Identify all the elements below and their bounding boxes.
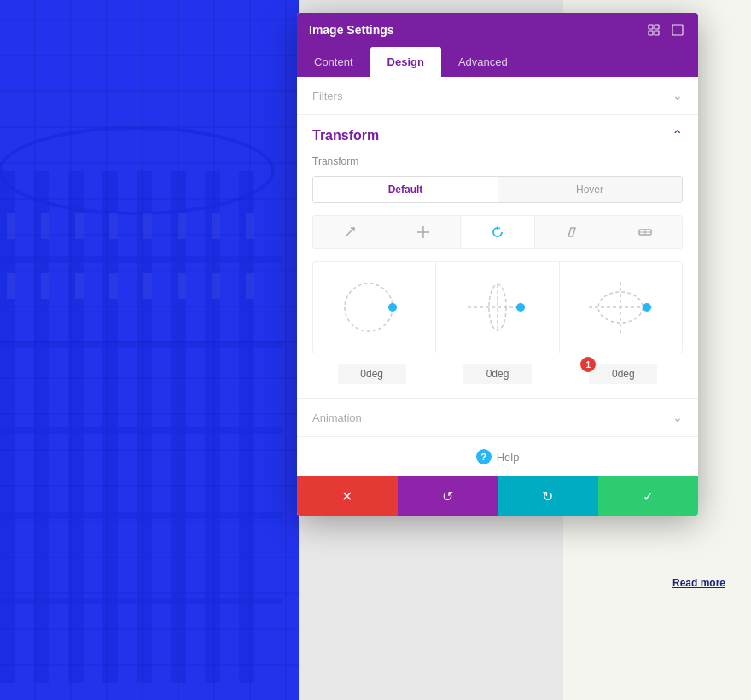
svg-rect-35 — [672, 25, 683, 35]
svg-rect-21 — [212, 213, 220, 239]
animation-chevron-icon: ⌄ — [672, 411, 683, 424]
svg-rect-29 — [212, 273, 220, 299]
tab-advanced[interactable]: Advanced — [441, 47, 525, 77]
rotate-y-input[interactable] — [463, 364, 532, 384]
svg-rect-9 — [0, 256, 282, 263]
svg-rect-22 — [246, 213, 254, 239]
tab-default[interactable]: Default — [313, 177, 498, 202]
image-settings-modal: Image Settings Content Design Advanced — [297, 13, 698, 516]
help-icon: ? — [476, 449, 492, 464]
undo-button[interactable]: ↺ — [398, 476, 498, 516]
svg-marker-39 — [568, 228, 575, 236]
background-left — [0, 0, 299, 700]
svg-rect-30 — [246, 273, 254, 299]
transform-input-row: 1 — [312, 364, 683, 384]
svg-rect-32 — [655, 25, 659, 29]
filters-label: Filters — [312, 90, 342, 102]
svg-rect-26 — [109, 273, 118, 299]
modal-header: Image Settings — [297, 13, 698, 47]
transform-visuals — [312, 261, 683, 353]
transform-section: Transform ⌃ Transform Default Hover — [297, 115, 698, 384]
transform-visual-both — [560, 262, 682, 353]
svg-rect-16 — [41, 213, 49, 239]
transform-icon-toolbar — [312, 215, 683, 249]
svg-point-44 — [388, 303, 397, 312]
expand-icon[interactable] — [669, 21, 686, 38]
transform-title: Transform — [312, 128, 379, 143]
move-icon-btn[interactable] — [313, 216, 387, 248]
skew-icon-btn[interactable] — [535, 216, 609, 248]
filters-row[interactable]: Filters ⌄ — [297, 77, 698, 115]
translate-icon-btn[interactable] — [387, 216, 462, 248]
svg-rect-24 — [41, 273, 49, 299]
svg-rect-10 — [0, 341, 282, 348]
read-more-link[interactable]: Read more — [672, 577, 725, 589]
svg-point-52 — [643, 303, 651, 312]
save-button[interactable]: ✓ — [598, 476, 699, 516]
input-cell-3: 1 — [564, 364, 683, 384]
badge-wrap: 1 — [589, 364, 657, 384]
tab-design[interactable]: Design — [370, 47, 441, 77]
svg-rect-31 — [649, 25, 653, 29]
svg-rect-12 — [0, 512, 282, 519]
animation-row[interactable]: Animation ⌄ — [297, 398, 698, 436]
building-illustration — [0, 85, 299, 700]
redo-button[interactable]: ↻ — [498, 476, 598, 516]
help-label: Help — [497, 451, 520, 464]
svg-rect-15 — [7, 213, 15, 239]
svg-rect-17 — [75, 213, 84, 239]
transform-chevron-icon[interactable]: ⌃ — [672, 127, 683, 143]
modal-tabs: Content Design Advanced — [297, 47, 698, 77]
svg-rect-13 — [0, 598, 282, 604]
svg-rect-27 — [143, 273, 152, 299]
transform-sublabel: Transform — [312, 155, 683, 167]
modal-title: Image Settings — [309, 23, 394, 37]
svg-point-43 — [345, 283, 393, 331]
rotate-x-input[interactable] — [338, 364, 406, 384]
modal-header-icons — [645, 21, 686, 38]
default-hover-tabs: Default Hover — [312, 176, 683, 203]
transform-header: Transform ⌃ — [312, 127, 683, 143]
svg-rect-23 — [7, 273, 15, 299]
svg-rect-19 — [143, 213, 152, 239]
svg-rect-25 — [75, 273, 84, 299]
settings-icon[interactable] — [645, 21, 662, 38]
transform-visual-vertical — [436, 262, 559, 353]
svg-rect-18 — [109, 213, 118, 239]
svg-point-48 — [516, 303, 525, 312]
svg-rect-28 — [178, 273, 186, 299]
svg-rect-11 — [0, 427, 282, 434]
svg-line-36 — [346, 228, 354, 236]
rotate-z-input[interactable] — [589, 364, 657, 384]
transform-visual-horizontal — [313, 262, 436, 353]
modal-body: Filters ⌄ Transform ⌃ Transform Default … — [297, 77, 698, 476]
input-cell-1 — [312, 364, 431, 384]
tab-content[interactable]: Content — [297, 47, 370, 77]
svg-rect-20 — [178, 213, 186, 239]
cancel-button[interactable]: ✕ — [297, 476, 398, 516]
animation-label: Animation — [312, 411, 362, 424]
svg-rect-34 — [655, 31, 659, 35]
scale-icon-btn[interactable] — [608, 216, 682, 248]
action-bar: ✕ ↺ ↻ ✓ — [297, 476, 698, 516]
svg-rect-33 — [649, 31, 653, 35]
input-cell-2 — [438, 364, 556, 384]
tab-hover[interactable]: Hover — [498, 177, 682, 202]
rotate-icon-btn[interactable] — [461, 216, 535, 248]
help-row[interactable]: ? Help — [297, 436, 698, 476]
filters-chevron-icon: ⌄ — [672, 89, 683, 102]
